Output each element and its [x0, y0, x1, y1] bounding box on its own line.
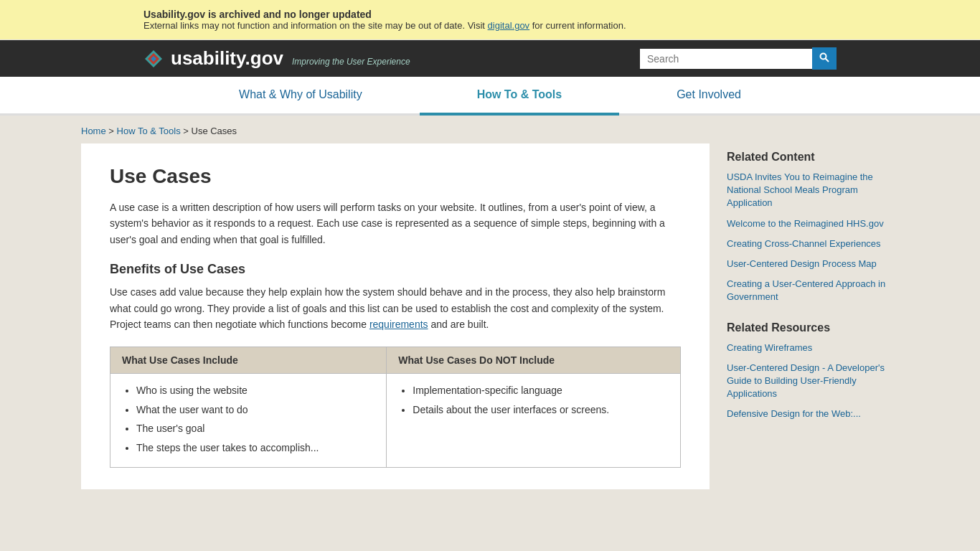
benefits-text: Use cases add value because they help ex…: [110, 284, 681, 332]
breadcrumb: Home > How To & Tools > Use Cases: [81, 116, 899, 143]
search-input[interactable]: [640, 49, 812, 69]
related-link-3[interactable]: User-Centered Design Process Map: [727, 258, 899, 270]
list-item: Implementation-specific language: [413, 382, 669, 398]
page-title: Use Cases: [110, 165, 681, 188]
main-nav: What & Why of Usability How To & Tools G…: [0, 77, 980, 116]
site-header: usability.gov Improving the User Experie…: [0, 40, 980, 77]
related-link-1[interactable]: Welcome to the Reimagined HHS.gov: [727, 217, 899, 230]
nav-get-involved[interactable]: Get Involved: [619, 77, 798, 116]
table-col2-header: What Use Cases Do NOT Include: [387, 347, 681, 374]
search-area: [640, 47, 837, 70]
list-item: What the user want to do: [136, 402, 374, 418]
svg-line-4: [826, 59, 829, 62]
resource-link-0[interactable]: Creating Wireframes: [727, 342, 899, 354]
archive-banner: Usability.gov is archived and no longer …: [0, 0, 980, 40]
sidebar: Related Content USDA Invites You to Reim…: [727, 143, 899, 489]
nav-what-why[interactable]: What & Why of Usability: [182, 77, 420, 116]
main-content: Use Cases A use case is a written descri…: [81, 143, 710, 489]
use-cases-table: What Use Cases Include What Use Cases Do…: [110, 347, 681, 468]
search-button[interactable]: [812, 47, 837, 70]
logo-icon: [143, 49, 164, 69]
related-content-heading: Related Content: [727, 151, 899, 164]
nav-how-to[interactable]: How To & Tools: [420, 77, 620, 116]
breadcrumb-section[interactable]: How To & Tools: [117, 126, 181, 136]
list-item: The steps the user takes to accomplish..…: [136, 440, 374, 456]
intro-text: A use case is a written description of h…: [110, 199, 681, 248]
resource-link-1[interactable]: User-Centered Design - A Developer's Gui…: [727, 362, 899, 401]
related-link-0[interactable]: USDA Invites You to Reimagine the Nation…: [727, 171, 899, 210]
table-row: Who is using the website What the user w…: [110, 374, 681, 468]
tagline: Improving the User Experience: [292, 57, 410, 67]
banner-text: External links may not function and info…: [143, 20, 837, 31]
benefits-title: Benefits of Use Cases: [110, 262, 681, 277]
requirements-link[interactable]: requirements: [369, 319, 428, 330]
banner-title: Usability.gov is archived and no longer …: [143, 9, 837, 20]
related-resources-heading: Related Resources: [727, 321, 899, 334]
resource-link-2[interactable]: Defensive Design for the Web:...: [727, 408, 899, 420]
related-link-4[interactable]: Creating a User-Centered Approach in Gov…: [727, 278, 899, 303]
list-item: The user's goal: [136, 420, 374, 436]
svg-point-3: [821, 54, 826, 60]
breadcrumb-current: Use Cases: [192, 126, 237, 136]
table-col1-content: Who is using the website What the user w…: [110, 374, 387, 468]
list-item: Details about the user interfaces or scr…: [413, 402, 669, 418]
logo-area: usability.gov Improving the User Experie…: [143, 47, 410, 70]
list-item: Who is using the website: [136, 382, 374, 398]
table-col2-content: Implementation-specific language Details…: [387, 374, 681, 468]
digital-gov-link[interactable]: digital.gov: [488, 20, 530, 31]
related-resources-section: Related Resources Creating Wireframes Us…: [727, 321, 899, 421]
related-content-section: Related Content USDA Invites You to Reim…: [727, 151, 899, 304]
logo-text: usability.gov Improving the User Experie…: [171, 47, 410, 70]
search-icon: [819, 52, 829, 62]
breadcrumb-home[interactable]: Home: [81, 126, 106, 136]
table-col1-header: What Use Cases Include: [110, 347, 387, 374]
related-link-2[interactable]: Creating Cross-Channel Experiences: [727, 237, 899, 250]
